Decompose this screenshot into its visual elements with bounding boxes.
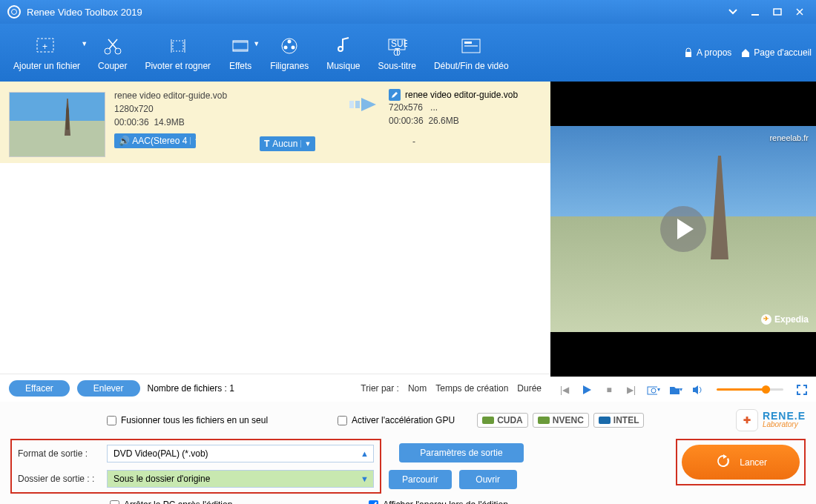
filmstrip-icon [228, 34, 252, 58]
svg-point-25 [651, 388, 656, 393]
brand-logo: ✚ RENE.ELaboratory [736, 409, 806, 431]
audio-track-dropdown[interactable]: 🔊 AAC(Stereo 4▼ [114, 133, 196, 148]
svg-rect-19 [464, 42, 472, 44]
remove-button[interactable]: Enlever [77, 380, 140, 397]
svg-point-13 [292, 46, 295, 50]
brand-overlay: Expedia [761, 314, 809, 325]
volume-slider[interactable] [717, 388, 783, 391]
play-button[interactable] [580, 383, 593, 397]
folder-combo[interactable]: Sous le dossier d'origine▼ [107, 470, 374, 488]
shutdown-checkbox[interactable]: Arrêter le PC après l'édition [110, 500, 232, 504]
fullscreen-button[interactable] [795, 383, 809, 397]
nvenc-badge: NVENC [533, 413, 589, 428]
watermark-text: reneelab.fr [769, 133, 809, 142]
dest-resolution: 720x576 ... [389, 101, 542, 114]
source-filename: renee video editor-guide.vob [114, 89, 255, 102]
svg-point-11 [288, 40, 292, 44]
subtitle-dropdown[interactable]: TAucun▼ [260, 136, 315, 151]
rotate-crop-button[interactable]: Pivoter et rogner [136, 30, 220, 76]
clear-button[interactable]: Effacer [9, 380, 70, 397]
start-end-button[interactable]: Début/Fin de vidéo [425, 30, 518, 76]
svg-text:+: + [42, 42, 47, 52]
app-title: Renee Video Toolbox 2019 [27, 7, 720, 18]
app-logo-icon [7, 5, 21, 19]
play-overlay-button[interactable] [660, 206, 706, 252]
output-params-button[interactable]: Paramètres de sortie [399, 443, 524, 462]
preview-checkbox[interactable]: Afficher l'aperçu lors de l'édition [369, 500, 507, 504]
merge-checkbox[interactable]: Fusionner tous les fichiers en un seul [107, 415, 268, 425]
cut-button[interactable]: Couper [89, 30, 136, 76]
format-combo[interactable]: DVD Video(PAL) (*.vob)▲ [107, 445, 374, 462]
svg-rect-20 [464, 45, 478, 47]
maximize-button[interactable] [769, 3, 786, 21]
add-file-button[interactable]: + ▼Ajouter un fichier [4, 30, 89, 76]
launch-box: Lancer [676, 439, 806, 485]
svg-rect-0 [751, 14, 759, 16]
player-controls: |◀ ■ ▶| ▾ ▾ [550, 377, 816, 402]
source-duration-size: 00:00:36 14.9MB [114, 116, 255, 129]
svg-rect-23 [355, 101, 360, 108]
volume-icon[interactable] [691, 383, 705, 397]
dest-duration-size: 00:00:36 26.6MB [389, 114, 542, 127]
browse-button[interactable]: Parcourir [389, 470, 452, 489]
sort-created[interactable]: Temps de création [435, 383, 508, 394]
music-note-icon [332, 34, 355, 58]
convert-arrow-icon [344, 89, 389, 114]
folder-label: Dossier de sortie : : [18, 474, 107, 484]
svg-rect-21 [685, 52, 691, 57]
svg-rect-8 [233, 41, 248, 43]
snapshot-button[interactable]: ▾ [647, 383, 660, 397]
svg-text:T: T [395, 47, 401, 56]
svg-rect-1 [774, 9, 781, 15]
card-icon [459, 34, 483, 58]
video-preview: reneelab.fr Expedia [550, 126, 816, 332]
menu-dropdown-icon[interactable] [724, 3, 742, 21]
dest-dash: - [389, 135, 542, 148]
open-button[interactable]: Ouvrir [459, 470, 517, 489]
sort-duration[interactable]: Durée [517, 383, 542, 394]
edit-icon[interactable] [389, 89, 401, 101]
scissors-icon [101, 34, 125, 58]
sort-by-label: Trier par : [361, 383, 399, 394]
reel-icon [277, 34, 301, 58]
bottom-panel: Fusionner tous les fichiers en un seul A… [0, 402, 816, 504]
intel-badge: INTEL [593, 413, 645, 428]
close-button[interactable] [791, 3, 809, 21]
source-thumbnail [9, 92, 105, 157]
next-button[interactable]: ▶| [625, 383, 638, 397]
music-button[interactable]: Musique [317, 30, 369, 76]
output-settings-box: Format de sortie : DVD Video(PAL) (*.vob… [10, 439, 381, 494]
subtitle-icon: SUBT [385, 34, 409, 58]
refresh-icon [714, 452, 732, 472]
stop-button[interactable]: ■ [602, 383, 616, 397]
list-footer: Effacer Enlever Nombre de fichiers : 1 T… [0, 374, 550, 402]
svg-rect-9 [233, 49, 248, 51]
dest-filename: renee video editor-guide.vob [405, 90, 518, 100]
crop-icon [166, 34, 190, 58]
add-file-icon: + [35, 34, 59, 58]
launch-button[interactable]: Lancer [682, 445, 800, 480]
open-folder-button[interactable]: ▾ [669, 383, 682, 397]
watermark-button[interactable]: Filigranes [261, 30, 317, 76]
gpu-checkbox[interactable]: Activer l'accélération GPU [338, 415, 455, 425]
cuda-badge: CUDA [477, 413, 528, 428]
minimize-button[interactable] [746, 3, 764, 21]
titlebar: Renee Video Toolbox 2019 [0, 0, 816, 24]
effects-button[interactable]: ▼Effets [220, 30, 261, 76]
about-link[interactable]: A propos [683, 47, 731, 58]
svg-rect-6 [173, 41, 183, 51]
svg-point-12 [284, 46, 288, 50]
home-icon [740, 47, 751, 58]
svg-rect-22 [349, 101, 354, 108]
file-count: Nombre de fichiers : 1 [148, 383, 234, 394]
source-resolution: 1280x720 [114, 102, 255, 116]
lock-icon [683, 47, 694, 58]
prev-button[interactable]: |◀ [558, 383, 571, 397]
toolbar: + ▼Ajouter un fichier Couper Pivoter et … [0, 24, 816, 82]
file-row[interactable]: renee video editor-guide.vob 1280x720 00… [0, 82, 550, 163]
sort-name[interactable]: Nom [408, 383, 427, 394]
home-link[interactable]: Page d'accueil [740, 47, 812, 58]
format-label: Format de sortie : [18, 448, 107, 459]
subtitle-button[interactable]: SUBT Sous-titre [369, 30, 425, 76]
